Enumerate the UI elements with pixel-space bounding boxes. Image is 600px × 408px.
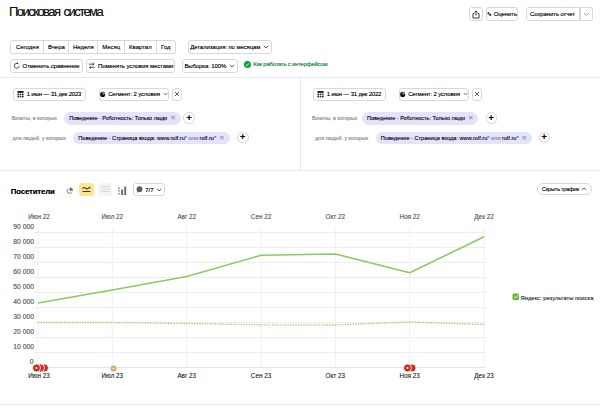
svg-text:Авг 22: Авг 22 bbox=[177, 213, 196, 220]
svg-text:80 000: 80 000 bbox=[13, 238, 34, 245]
svg-text:Ноя 23: Ноя 23 bbox=[400, 372, 421, 379]
svg-text:Июн 22: Июн 22 bbox=[28, 213, 50, 220]
svg-text:40 000: 40 000 bbox=[13, 298, 34, 305]
svg-text:90 000: 90 000 bbox=[13, 223, 34, 230]
svg-text:Дек 23: Дек 23 bbox=[474, 372, 494, 380]
svg-text:Сен 23: Сен 23 bbox=[251, 372, 272, 379]
svg-text:Сен 22: Сен 22 bbox=[251, 213, 272, 220]
svg-text:Июл 22: Июл 22 bbox=[102, 213, 124, 220]
svg-text:30 000: 30 000 bbox=[13, 313, 34, 320]
svg-text:50 000: 50 000 bbox=[13, 283, 34, 290]
svg-text:70 000: 70 000 bbox=[13, 253, 34, 260]
svg-text:Авг 23: Авг 23 bbox=[177, 372, 196, 379]
svg-text:20 000: 20 000 bbox=[13, 328, 34, 335]
svg-text:Июл 23: Июл 23 bbox=[102, 372, 124, 379]
svg-text:0: 0 bbox=[30, 358, 34, 365]
svg-text:Ноя 22: Ноя 22 bbox=[400, 213, 421, 220]
svg-text:Июн 23: Июн 23 bbox=[28, 372, 50, 379]
svg-text:Окт 22: Окт 22 bbox=[326, 213, 346, 220]
svg-text:Яндекс: результаты поиска: Яндекс: результаты поиска bbox=[521, 295, 595, 301]
svg-text:10 000: 10 000 bbox=[13, 343, 34, 350]
svg-text:Дек 22: Дек 22 bbox=[474, 213, 494, 221]
svg-text:60 000: 60 000 bbox=[13, 268, 34, 275]
svg-text:Окт 23: Окт 23 bbox=[326, 372, 346, 379]
